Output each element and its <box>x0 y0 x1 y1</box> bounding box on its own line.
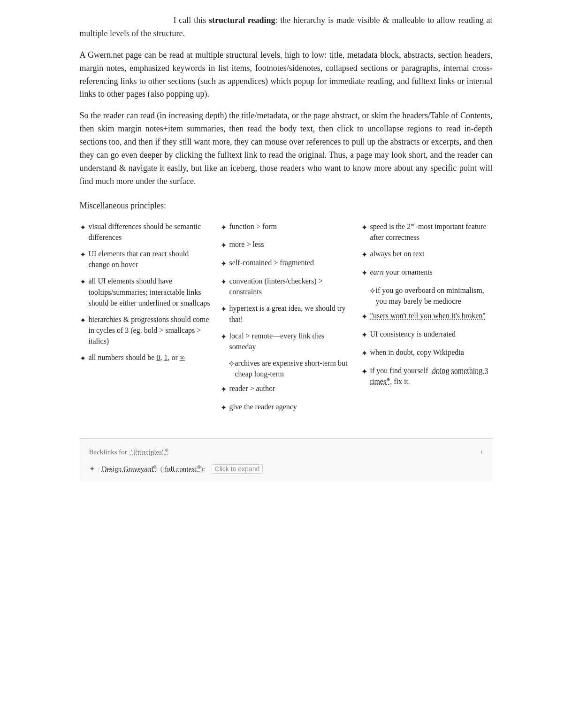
page-container: I call this structural reading: the hier… <box>61 0 511 481</box>
bullet-icon: ✦ <box>80 276 86 288</box>
item-text: hypertext is a great idea, we should try… <box>229 303 352 324</box>
item-text: when in doubt, copy Wikipedia <box>370 347 464 358</box>
list-item: ✦ reader > author <box>221 383 352 396</box>
backlinks-chevron-icon[interactable]: ‹ <box>480 445 483 459</box>
structural-reading-bold: structural reading <box>209 15 275 25</box>
broken-link[interactable]: "users won't tell you when it's broken" <box>370 312 486 320</box>
misc-heading: Miscellaneous principles: <box>80 199 493 213</box>
backlinks-principles-link[interactable]: |"Principles"⊕ <box>129 448 168 456</box>
list-item: ✦ hierarchies & progressions should come… <box>80 314 211 347</box>
list-item: ✦ convention (linters/checkers) > constr… <box>221 276 352 297</box>
item-text: | Design Graveyard⊕ (|full context⊕): Cl… <box>98 463 263 475</box>
superscript-g: ⊕ <box>386 377 390 382</box>
item-text: all numbers should be 0, 1, or ∞ <box>89 352 185 363</box>
column-3: ✦ speed is the 2nd-most important featur… <box>361 221 493 393</box>
item-text: reader > author <box>229 383 275 394</box>
backlinks-sup: ⊕ <box>165 447 168 452</box>
list-item: ✦ local > remote—every link dies someday <box>221 330 352 352</box>
list-item: ✦ always bet on text <box>361 248 493 261</box>
column-1: ✦ visual differences should be semantic … <box>80 221 221 371</box>
link-0[interactable]: 0 <box>156 353 160 361</box>
sub-list-item: ✧ archives are expensive short-term but … <box>228 358 352 379</box>
list-item: ✦ speed is the 2nd-most important featur… <box>361 221 493 243</box>
item-text: local > remote—every link dies someday <box>229 330 352 352</box>
item-text: function > form <box>229 221 277 232</box>
bullet-icon: ✦ <box>221 222 227 234</box>
list-item: ✦ self-contained > fragmented <box>221 257 352 270</box>
italic-earn: earn <box>370 268 384 276</box>
bullet-icon: ✦ <box>221 384 227 396</box>
bullet-icon: ✦ <box>221 331 227 343</box>
diamond-icon: ✧ <box>369 285 376 298</box>
pipe-char: | <box>430 368 432 375</box>
bullet-icon: ✦ <box>361 222 367 234</box>
design-graveyard-link[interactable]: Design Graveyard⊕ <box>102 465 157 473</box>
list-item: ✦ earn your ornaments <box>361 267 493 279</box>
bullet-icon: ✦ <box>361 311 367 323</box>
bullet-icon: ✦ <box>221 240 227 252</box>
bullet-icon: ✦ <box>80 315 86 327</box>
bullet-icon: ✦ <box>361 366 367 378</box>
list-item: ✦ when in doubt, copy Wikipedia <box>361 347 493 360</box>
item-text: archives are expensive short-term but ch… <box>235 358 352 379</box>
item-text: convention (linters/checkers) > constrai… <box>229 276 352 297</box>
intro-paragraph-3: So the reader can read (in increasing de… <box>80 109 493 188</box>
item-text: hierarchies & progressions should come i… <box>89 314 211 347</box>
principles-columns: ✦ visual differences should be semantic … <box>80 221 493 420</box>
bullet-icon: ✦ <box>361 330 367 341</box>
list-item: ✦ if you find yourself |doing something … <box>361 365 493 387</box>
bullet-icon: ✦ <box>221 402 227 414</box>
full-context-link[interactable]: full context⊕ <box>165 465 201 473</box>
bullet-icon: ✦ <box>80 249 86 261</box>
bullet-icon: ✦ <box>361 268 367 279</box>
doing-3-times-link[interactable]: doing something 3 times⊕ <box>370 367 488 386</box>
fc-sup: ⊕ <box>197 464 201 469</box>
bullet-icon: ✦ <box>221 276 227 288</box>
backlinks-list-item: ✦ | Design Graveyard⊕ (|full context⊕): … <box>89 463 483 475</box>
bullet-icon: ✦ <box>221 258 227 270</box>
bullet-icon: ✦ <box>361 249 367 261</box>
item-text: self-contained > fragmented <box>229 257 314 268</box>
bullet-icon: ✦ <box>221 304 227 315</box>
item-text: always bet on text <box>370 248 425 259</box>
list-item: ✦ hypertext is a great idea, we should t… <box>221 303 352 324</box>
item-text: visual differences should be semantic di… <box>89 221 211 243</box>
item-text: UI elements that can react should change… <box>89 248 211 270</box>
list-item: ✦ more > less <box>221 239 352 252</box>
item-text: UI consistency is underrated <box>370 329 456 339</box>
item-text: more > less <box>229 239 264 250</box>
pipe-char-item: | <box>99 466 99 473</box>
backlinks-title: Backlinks for |"Principles"⊕ <box>89 446 169 458</box>
bullet-icon: ✦ <box>80 222 86 234</box>
list-item: ✦ give the reader agency <box>221 401 352 414</box>
backlinks-header: Backlinks for |"Principles"⊕ ‹ <box>89 445 483 459</box>
list-item: ✦ UI consistency is underrated <box>361 329 493 341</box>
link-infinity[interactable]: ∞ <box>180 353 185 361</box>
pipe-char-ctx: | <box>163 466 164 473</box>
sub-list-item: ✧ if you go overboard on minimalism, you… <box>369 285 493 307</box>
list-item: ✦ all UI elements should have tooltips/s… <box>80 276 211 308</box>
list-item: ✦ all numbers should be 0, 1, or ∞ <box>80 352 211 365</box>
bullet-icon: ✦ <box>80 353 86 365</box>
list-item: ✦ UI elements that can react should chan… <box>80 248 211 270</box>
item-text: speed is the 2nd-most important feature … <box>370 221 493 243</box>
bullet-icon: ✦ <box>89 464 95 475</box>
link-1[interactable]: 1 <box>164 353 168 361</box>
item-text: all UI elements should have tooltips/sum… <box>89 276 211 308</box>
intro-paragraph-1: I call this structural reading: the hier… <box>80 14 493 40</box>
click-to-expand-button[interactable]: Click to expand <box>212 464 263 474</box>
intro-paragraph-2: A Gwern.net page can be read at multiple… <box>80 49 493 101</box>
item-text: if you find yourself |doing something 3 … <box>370 365 493 387</box>
column-2: ✦ function > form ✦ more > less ✦ self-c… <box>221 221 361 420</box>
pipe-char-bl: | <box>129 449 130 456</box>
diamond-icon: ✧ <box>228 358 235 371</box>
intro-block: I call this structural reading: the hier… <box>80 14 493 188</box>
item-text: if you go overboard on minimalism, you m… <box>376 285 493 307</box>
bullet-icon: ✦ <box>361 348 367 360</box>
list-item: ✦ function > form <box>221 221 352 234</box>
dg-sup: ⊕ <box>153 464 157 469</box>
item-text: "users won't tell you when it's broken" <box>370 310 486 321</box>
superscript-nd: nd <box>411 222 415 227</box>
backlinks-section: Backlinks for |"Principles"⊕ ‹ ✦ | Desig… <box>80 438 493 481</box>
item-text: give the reader agency <box>229 401 297 412</box>
